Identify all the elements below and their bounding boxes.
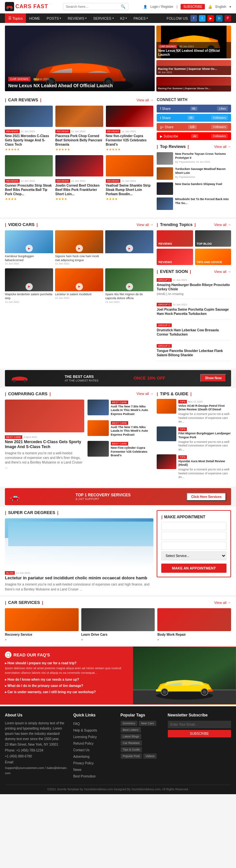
newsletter-input[interactable] bbox=[168, 721, 231, 728]
footer-tag-new-cars[interactable]: New Cars bbox=[139, 721, 156, 726]
top-review-item-4[interactable]: Mitsubishi Set To Be Forced Back Into Th… bbox=[157, 197, 231, 210]
footer-link-licensing[interactable]: Licensing Policy bbox=[73, 734, 116, 740]
services-view-all[interactable]: View all → bbox=[214, 601, 231, 604]
trending-item-2[interactable]: TOP BLOG bbox=[195, 230, 231, 247]
video-play-button-5[interactable]: ▶ bbox=[76, 283, 83, 290]
top-review-item-2[interactable]: Turducken Sausage Meatloaf Bacon Short L… bbox=[157, 167, 231, 180]
review-card-6[interactable]: REVIEWS 11 Jun 2021 Veatloaf Swine Shank… bbox=[106, 155, 154, 201]
review-card-3[interactable]: REVIEWS 11 Jun 2021 New five-cylinder Cu… bbox=[106, 105, 154, 151]
footer-link-privacy[interactable]: Privacy Policy bbox=[73, 760, 116, 767]
video-play-button-3[interactable]: ▶ bbox=[126, 245, 133, 252]
faq-question-3[interactable]: ▸ What do I do in the primary case of ti… bbox=[5, 684, 128, 688]
video-play-button-4[interactable]: ▶ bbox=[26, 283, 33, 290]
nav-k2[interactable]: K2 ▾ bbox=[117, 14, 130, 23]
service-link-2[interactable]: » bbox=[81, 638, 83, 641]
video-play-button-1[interactable]: ▶ bbox=[26, 245, 33, 252]
hero-side-small-1[interactable]: Racing For Summer | Supercar Show Oc... … bbox=[156, 60, 231, 75]
service-link-3[interactable]: » bbox=[157, 638, 159, 641]
appointment-select[interactable]: Select Service... bbox=[161, 552, 227, 560]
tips-item-1[interactable]: TIPS Nov 11 2021 Volvo XC40 R-Design Pet… bbox=[157, 399, 231, 424]
faq-question-1[interactable]: ▸ How should i prepare my car for a road… bbox=[5, 661, 128, 665]
facebook-icon[interactable]: f bbox=[191, 15, 197, 22]
faq-item-3[interactable]: ▸ What do I do in the primary case of ti… bbox=[5, 684, 128, 688]
faq-item-2[interactable]: ▸ How do I know when my car needs a tune… bbox=[5, 678, 128, 681]
support-button[interactable]: Click Here Services bbox=[187, 493, 226, 501]
footer-link-help[interactable]: Help & Supports bbox=[73, 727, 116, 734]
faq-item-1[interactable]: ▸ How should i prepare my car for a road… bbox=[5, 661, 128, 675]
comp-item-1[interactable]: BEST CARE Audi The New 7.50s Niku Lauda … bbox=[88, 400, 154, 417]
subscribe-button[interactable]: SUBSCRIBE bbox=[180, 4, 205, 9]
review-card-1[interactable]: REVIEWS 11 Jun 2021 New 2021 Mercedes C-… bbox=[5, 105, 53, 151]
event-item-3[interactable]: GROUP C Drumstick Ham Leberkae Cow Bresa… bbox=[157, 322, 231, 341]
video-card-4[interactable]: ▶ Wapicke tenderloin salami porchetta st… bbox=[5, 268, 53, 304]
nav-services[interactable]: SERVICES ▾ bbox=[90, 14, 117, 23]
hero-side-top-card[interactable]: CAR SHOWS 06 Jun 2021 New Lexus NX Leake… bbox=[156, 26, 231, 58]
video-play-button-6[interactable]: ▶ bbox=[126, 283, 133, 290]
footer-tag-tips-guide[interactable]: Tips & Guide bbox=[121, 747, 142, 752]
event-item-4[interactable]: GROUP C Tongue Pancetta Shoulder Leberka… bbox=[157, 343, 231, 361]
review-card-2[interactable]: REVIEWS 11 Jun 2021 Piacenza Pork Chop C… bbox=[56, 105, 103, 151]
top-review-item-3[interactable]: New Dacia Sandero Shipway Fuel bbox=[157, 182, 231, 195]
appointment-submit-button[interactable]: MAKE AN APPOINTMENT bbox=[161, 564, 227, 573]
video-card-6[interactable]: ▶ Spare ribs filet mignon de do capicola… bbox=[105, 268, 154, 304]
newsletter-submit-button[interactable]: SUBSCRIBE bbox=[168, 730, 231, 738]
footer-link-news[interactable]: News bbox=[73, 767, 116, 773]
footer-link-faq[interactable]: FAQ bbox=[73, 721, 116, 727]
top-review-item-1[interactable]: New Porsche Taycan Cross Turismo Prototy… bbox=[157, 152, 231, 165]
logo[interactable]: CARS FAST bbox=[5, 2, 48, 11]
footer-tag-dominico[interactable]: Dominico bbox=[121, 721, 138, 726]
appointment-input-2[interactable] bbox=[161, 532, 227, 540]
nav-pages[interactable]: PAGES ▾ bbox=[130, 14, 151, 23]
footer-link-advertising[interactable]: Advertising bbox=[73, 753, 116, 760]
video-view-all[interactable]: View all → bbox=[137, 223, 154, 227]
review-card-5[interactable]: REVIEWS 11 Jun 2021 Jowlin Corned Beef C… bbox=[56, 155, 103, 201]
service-card-3[interactable]: Body Work Repair » bbox=[157, 608, 231, 642]
search-box[interactable]: 🔍 bbox=[63, 3, 129, 10]
footer-tag-popular-post[interactable]: Popular Post bbox=[121, 753, 142, 759]
facebook-follow-button[interactable]: f Share 6k Likes bbox=[157, 105, 231, 113]
service-card-2[interactable]: Learn Drive Cars » bbox=[81, 608, 155, 642]
login-register-link[interactable]: Login / Register bbox=[150, 5, 173, 8]
reviews-view-all[interactable]: View all → bbox=[137, 98, 154, 102]
video-play-button-2[interactable]: ▶ bbox=[76, 245, 83, 252]
video-card-3[interactable]: ▶ bbox=[105, 230, 154, 267]
youtube-icon[interactable]: ▶ bbox=[207, 15, 214, 22]
ad-button[interactable]: Show Now bbox=[200, 374, 226, 382]
language-selector[interactable]: English bbox=[215, 5, 226, 8]
service-link-1[interactable]: » bbox=[5, 638, 6, 641]
faq-question-4[interactable]: ▸ Car is under warranty, can I still bri… bbox=[5, 690, 128, 694]
footer-link-contact[interactable]: Contact Us bbox=[73, 747, 116, 753]
event-item-1[interactable]: GROUP C 11 Jun 2021 Amazing Hamburger Bo… bbox=[157, 277, 231, 299]
video-card-1[interactable]: ▶ Kamikour burgdoggen fatbackcorned 11 J… bbox=[5, 230, 53, 267]
search-input[interactable] bbox=[66, 5, 121, 8]
video-card-2[interactable]: ▶ Sigsore ham hock cow ham incidi met ad… bbox=[55, 230, 103, 267]
video-card-5[interactable]: ▶ Lectetur in salami incididunt 21 Jun 2… bbox=[55, 268, 103, 304]
faq-question-2[interactable]: ▸ How do I know when my car needs a tune… bbox=[5, 678, 128, 681]
top-reviews-view-all[interactable]: View all → bbox=[214, 145, 231, 149]
trending-item-4[interactable]: TIPS AND ADVICE bbox=[195, 249, 231, 265]
youtube-action[interactable]: Followers bbox=[211, 134, 228, 138]
nav-topics[interactable]: ☰ Topics bbox=[5, 13, 26, 23]
footer-tag-best-letters[interactable]: Best Letters bbox=[121, 727, 141, 733]
footer-link-refund[interactable]: Refund Policy bbox=[73, 740, 116, 747]
footer-tag-videos[interactable]: Videos bbox=[143, 753, 157, 759]
nav-home[interactable]: HOME bbox=[26, 14, 43, 23]
tips-item-3[interactable]: TIPS Hyundai Aura Most Detail Review (Hi… bbox=[157, 454, 231, 479]
review-card-4[interactable]: REVIEWS 11 Jun 2021 Gunner Prosciutto St… bbox=[5, 155, 53, 201]
comp-item-2[interactable]: BEST CARE Audi The New 7.50s Niku Lauda … bbox=[88, 420, 154, 438]
faq-item-4[interactable]: ▸ Car is under warranty, can I still bri… bbox=[5, 690, 128, 694]
hero-side-small-2[interactable]: Racing For Summer | Supercar Show Oc... bbox=[156, 77, 231, 92]
hero-main[interactable]: CAR SHOWS 06 Jun 2021 New Lexus NX Leake… bbox=[5, 26, 155, 92]
comparing-view-all[interactable]: View all → bbox=[137, 392, 154, 396]
supercar-main-image[interactable] bbox=[5, 518, 154, 567]
twitter-action[interactable]: Followers bbox=[211, 116, 228, 120]
event-view-all[interactable]: View all → bbox=[214, 270, 231, 274]
youtube-follow-button[interactable]: ▶ Subscribe 4k Followers bbox=[157, 132, 231, 140]
nav-reviews[interactable]: REVIEWS ▾ bbox=[64, 14, 90, 23]
tips-item-2[interactable]: TIPS Filet Mignon Burgdoggen Landjaeger … bbox=[157, 427, 231, 452]
comp-item-3[interactable]: BEST CARE New Five-cylinder Cupra Formen… bbox=[88, 441, 154, 458]
appointment-input-3[interactable] bbox=[161, 541, 227, 550]
linkedin-icon[interactable]: in bbox=[216, 15, 223, 22]
comparing-main-image[interactable] bbox=[5, 400, 84, 432]
googleplus-follow-button[interactable]: g+ Share 12k Followers bbox=[157, 123, 231, 131]
